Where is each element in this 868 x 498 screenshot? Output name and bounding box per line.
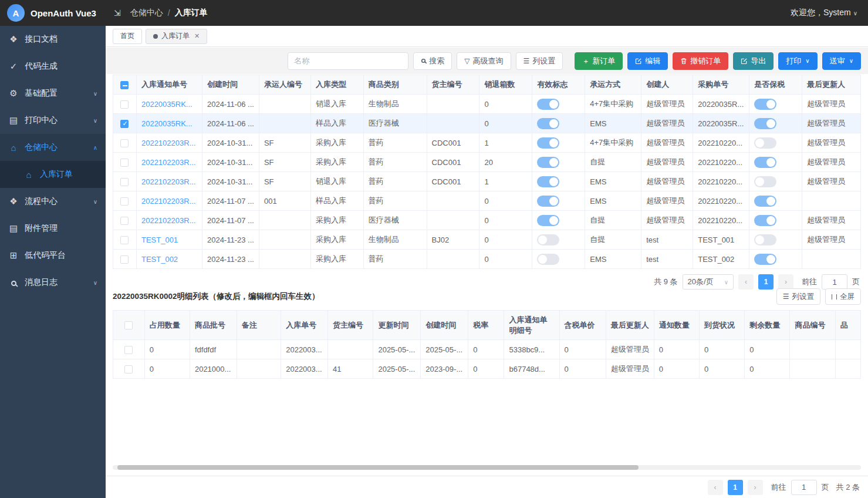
select-all-checkbox[interactable] <box>124 321 133 329</box>
toggle-valid[interactable] <box>537 215 559 226</box>
row-checkbox[interactable] <box>120 139 129 147</box>
row-checkbox[interactable] <box>124 365 133 374</box>
toggle-valid[interactable] <box>537 254 559 265</box>
order-link[interactable]: TEST_001 <box>141 235 178 244</box>
sidebar-item-message-log[interactable]: 消息日志∨ <box>0 269 106 296</box>
export-button[interactable]: 导出 <box>733 52 774 70</box>
row-checkbox[interactable] <box>120 217 129 225</box>
fullscreen-button[interactable]: 全屏 <box>825 288 861 305</box>
table-row[interactable]: 20220035RK...2024-11-06 ...销退入库生物制品04+7集… <box>113 95 861 114</box>
cell-notice_no: 2022102203R... <box>136 211 202 230</box>
toggle-bonded[interactable] <box>754 196 776 207</box>
submit-approval-button[interactable]: 送审 ∨ <box>822 52 861 70</box>
horizontal-scrollbar-thumb[interactable] <box>117 465 639 470</box>
goto-page-input[interactable] <box>791 480 817 495</box>
order-link[interactable]: 20220035RK... <box>141 119 192 128</box>
tab-close-icon[interactable]: ✕ <box>194 32 200 40</box>
cell-owner_no: BJ02 <box>427 230 479 250</box>
column-header-updated: 更新时间 <box>373 311 421 340</box>
toggle-bonded[interactable] <box>754 176 776 187</box>
toggle-bonded[interactable] <box>754 157 776 168</box>
sidebar-collapse-icon[interactable]: ⇲ <box>114 8 121 18</box>
toggle-valid[interactable] <box>537 99 559 110</box>
column-header-remaining: 剩余数量 <box>745 311 790 340</box>
user-menu[interactable]: 欢迎您，System ∨ <box>791 8 868 18</box>
cell-last_updater: 超级管理员 <box>802 153 861 172</box>
table-row[interactable]: TEST_0022024-11-23 ...采购入库普药0EMStestTEST… <box>113 250 861 269</box>
toggle-valid[interactable] <box>537 157 559 168</box>
tab-active-dot-icon <box>153 34 158 39</box>
row-checkbox[interactable] <box>120 236 129 244</box>
column-header-created: 创建时间 <box>202 75 259 95</box>
order-link[interactable]: 2022102203R... <box>141 139 196 147</box>
cell-notice_no: TEST_001 <box>136 230 202 250</box>
toggle-valid[interactable] <box>537 176 559 187</box>
order-link[interactable]: 2022102203R... <box>141 197 196 206</box>
row-checkbox[interactable] <box>120 100 129 109</box>
table-row[interactable]: 20220035RK...2024-11-06 ...样品入库医疗器械0EMS超… <box>113 114 861 133</box>
table-row[interactable]: 2022102203R...2024-10-31...SF采购入库普药CDC00… <box>113 153 861 172</box>
detail-column-settings-button[interactable]: ☰ 列设置 <box>776 288 820 305</box>
table-row[interactable]: 2022102203R...2024-10-31...SF销退入库普药CDC00… <box>113 172 861 191</box>
column-settings-button[interactable]: ☰ 列设置 <box>516 52 563 70</box>
table-row[interactable]: 2022102203R...2024-10-31...SF采购入库普药CDC00… <box>113 133 861 153</box>
toggle-bonded[interactable] <box>754 215 776 226</box>
row-checkbox[interactable] <box>120 178 129 186</box>
sidebar-item-inbound-order[interactable]: ⌂入库订单 <box>0 161 106 188</box>
sidebar-item-lowcode-platform[interactable]: ⊞低代码平台 <box>0 242 106 269</box>
edit-button[interactable]: 编辑 <box>627 52 668 70</box>
cancel-order-button[interactable]: 撤销订单 <box>673 52 728 70</box>
search-input[interactable] <box>288 52 408 70</box>
sidebar-item-code-gen[interactable]: ✓代码生成 <box>0 53 106 80</box>
print-button[interactable]: 打印 ∨ <box>778 52 817 70</box>
order-link[interactable]: 2022102203R... <box>141 177 196 186</box>
breadcrumb-parent[interactable]: 仓储中心 <box>130 8 163 18</box>
select-all-checkbox[interactable] <box>120 81 129 89</box>
search-button[interactable]: 搜索 <box>413 52 452 70</box>
sidebar-item-label: 入库订单 <box>40 169 73 180</box>
row-checkbox[interactable] <box>120 255 129 264</box>
advanced-query-button[interactable]: ▽ 高级查询 <box>457 52 511 70</box>
row-checkbox[interactable] <box>124 346 133 354</box>
tab-home[interactable]: 首页 <box>113 29 142 44</box>
sidebar-item-print-center[interactable]: ▤打印中心∨ <box>0 107 106 134</box>
cell-last_updater <box>802 191 861 211</box>
order-link[interactable]: TEST_002 <box>141 255 178 264</box>
row-checkbox[interactable] <box>120 197 129 206</box>
table-row[interactable]: 0fdfdfdf2022003...2025-05-...2025-05-...… <box>113 340 861 359</box>
toggle-valid[interactable] <box>537 137 559 149</box>
toggle-valid[interactable] <box>537 234 559 245</box>
new-order-button[interactable]: ＋ 新订单 <box>575 52 623 70</box>
row-checkbox[interactable] <box>120 159 129 167</box>
order-link[interactable]: 2022102203R... <box>141 216 196 225</box>
toggle-valid[interactable] <box>537 196 559 207</box>
table-row[interactable]: 2022102203R...2024-11-07 ...001样品入库普药0EM… <box>113 191 861 211</box>
table-row[interactable]: TEST_0012024-11-23 ...采购入库生物制品BJ020自提tes… <box>113 230 861 250</box>
toggle-bonded[interactable] <box>754 254 776 265</box>
toggle-bonded[interactable] <box>754 137 776 149</box>
prev-page-button[interactable]: ‹ <box>708 480 723 495</box>
sidebar-item-base-config[interactable]: ⚙基础配置∨ <box>0 80 106 107</box>
column-header-owner_no: 货主编号 <box>328 311 373 340</box>
sidebar-item-api-docs[interactable]: ❖接口文档 <box>0 26 106 53</box>
table-row[interactable]: 2022102203R...2024-11-07 ...采购入库医疗器械0自提超… <box>113 211 861 230</box>
sidebar-item-label: 接口文档 <box>25 34 58 45</box>
sidebar-item-attachment-mgmt[interactable]: ▤附件管理 <box>0 215 106 242</box>
order-link[interactable]: 2022102203R... <box>141 158 196 167</box>
cell-purchase_no: 20220035R... <box>693 95 749 114</box>
cell-bonded <box>749 153 802 172</box>
sidebar-item-process-center[interactable]: ❖流程中心∨ <box>0 188 106 215</box>
page-number-button[interactable]: 1 <box>728 480 743 495</box>
cell-created: 2024-10-31... <box>202 153 259 172</box>
toggle-valid[interactable] <box>537 118 559 129</box>
tab-inbound-order[interactable]: 入库订单 ✕ <box>146 29 207 44</box>
row-checkbox[interactable] <box>120 120 129 128</box>
toggle-bonded[interactable] <box>754 234 776 245</box>
toggle-bonded[interactable] <box>754 99 776 110</box>
order-link[interactable]: 20220035RK... <box>141 100 192 109</box>
next-page-button[interactable]: › <box>748 480 763 495</box>
cell-last_updater: 超级管理员 <box>606 359 654 379</box>
sidebar-item-warehouse-center[interactable]: ⌂仓储中心∧ <box>0 134 106 161</box>
toggle-bonded[interactable] <box>754 118 776 129</box>
table-row[interactable]: 02021000...2022003...412025-05-...2023-0… <box>113 359 861 379</box>
